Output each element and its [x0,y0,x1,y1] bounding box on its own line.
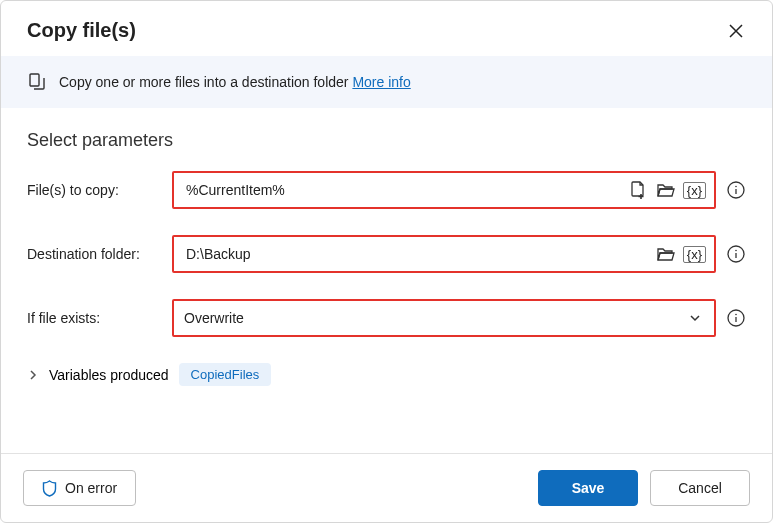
label-destination: Destination folder: [27,246,172,262]
variable-picker-button-dest[interactable]: {x} [683,246,706,263]
destination-input-field[interactable]: {x} [172,235,716,273]
info-icon [727,245,745,263]
cancel-label: Cancel [678,480,722,496]
file-plus-icon [630,181,646,199]
on-error-label: On error [65,480,117,496]
variable-picker-button[interactable]: {x} [683,182,706,199]
cancel-button[interactable]: Cancel [650,470,750,506]
copy-icon [27,72,47,92]
variables-label: Variables produced [49,367,169,383]
svg-point-2 [735,186,737,188]
dialog: Copy file(s) Copy one or more files into… [0,0,773,523]
footer: On error Save Cancel [1,453,772,522]
on-error-button[interactable]: On error [23,470,136,506]
ifexists-value: Overwrite [184,310,678,326]
files-input-field[interactable]: {x} [172,171,716,209]
label-files: File(s) to copy: [27,182,172,198]
shield-icon [42,480,57,497]
info-bar: Copy one or more files into a destinatio… [1,56,772,108]
info-button-dest[interactable] [726,244,746,264]
svg-point-6 [735,314,737,316]
header: Copy file(s) [1,1,772,56]
close-icon [729,24,743,38]
folder-picker-button[interactable] [655,179,677,201]
svg-point-4 [735,250,737,252]
info-icon [727,309,745,327]
label-ifexists: If file exists: [27,310,172,326]
folder-open-icon [656,246,676,262]
variables-produced-row: Variables produced CopiedFiles [27,363,746,386]
info-icon [727,181,745,199]
svg-rect-0 [30,74,39,86]
info-button-files[interactable] [726,180,746,200]
field-wrap-destination: {x} [172,235,746,273]
info-text-content: Copy one or more files into a destinatio… [59,74,352,90]
save-label: Save [572,480,605,496]
row-files: File(s) to copy: [27,171,746,209]
more-info-link[interactable]: More info [352,74,410,90]
save-button[interactable]: Save [538,470,638,506]
folder-picker-button-dest[interactable] [655,243,677,265]
variables-toggle[interactable] [27,369,39,381]
field-wrap-files: {x} [172,171,746,209]
variable-chip[interactable]: CopiedFiles [179,363,272,386]
field-wrap-ifexists: Overwrite [172,299,746,337]
section-title: Select parameters [27,130,746,151]
chevron-down-icon [688,311,702,325]
dialog-title: Copy file(s) [27,19,136,42]
info-button-ifexists[interactable] [726,308,746,328]
files-input[interactable] [184,181,621,199]
destination-input[interactable] [184,245,649,263]
body: Select parameters File(s) to copy: [1,108,772,453]
chevron-right-icon [27,369,39,381]
close-button[interactable] [726,21,746,41]
file-picker-button[interactable] [627,179,649,201]
row-ifexists: If file exists: Overwrite [27,299,746,337]
ifexists-select[interactable]: Overwrite [172,299,716,337]
folder-open-icon [656,182,676,198]
row-destination: Destination folder: {x} [27,235,746,273]
dropdown-toggle[interactable] [684,307,706,329]
info-text: Copy one or more files into a destinatio… [59,74,411,90]
